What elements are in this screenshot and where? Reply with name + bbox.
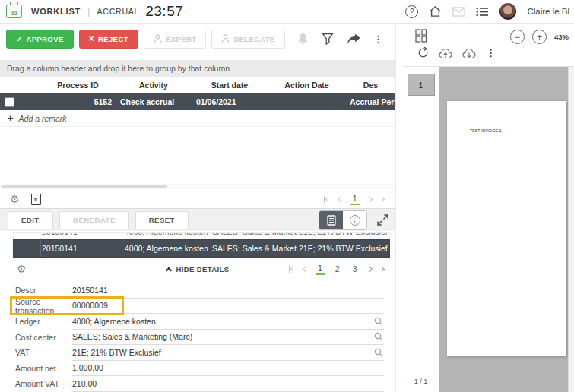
delegate-button[interactable]: DELEGATE xyxy=(211,30,284,49)
check-icon: ✓ xyxy=(16,35,22,43)
module-title: WORKLIST xyxy=(31,7,81,16)
first-page-icon[interactable] xyxy=(289,266,295,273)
horizontal-scrollbar[interactable] xyxy=(0,184,396,189)
reset-button[interactable]: RESET xyxy=(135,211,189,229)
thumbnail-strip: 1 1 / 1 xyxy=(403,67,439,392)
vat-input[interactable]: 21E; 21% BTW Exclusief xyxy=(72,345,384,361)
filter-icon[interactable] xyxy=(322,33,334,45)
document-icon xyxy=(327,215,336,226)
next-page-icon[interactable] xyxy=(366,196,372,201)
cell-descr: 20150141 xyxy=(41,244,125,253)
generate-button[interactable]: GENERATE xyxy=(59,211,129,229)
expand-icon[interactable] xyxy=(377,214,388,226)
row-checkbox[interactable] xyxy=(5,97,14,107)
reject-button[interactable]: × REJECT xyxy=(79,30,138,49)
page-number-3[interactable]: 3 xyxy=(350,264,360,274)
submodule-title: ACCRUAL xyxy=(97,7,139,16)
column-header-start-date[interactable]: Start date xyxy=(192,81,268,90)
group-by-hint-bar[interactable]: Drag a column header and drop it here to… xyxy=(0,60,395,77)
field-label: VAT xyxy=(0,348,72,357)
viewer-scrollbar[interactable] xyxy=(568,67,574,392)
cost-center-input[interactable]: SALES; Sales & Marketing (Marc) xyxy=(72,330,384,346)
next-page-icon[interactable] xyxy=(366,266,372,271)
info-view-button[interactable]: i xyxy=(343,211,366,229)
rotate-icon[interactable] xyxy=(417,47,429,58)
detail-controls-row: ⚙ HIDE DETAILS 1 2 3 xyxy=(0,259,396,279)
mail-icon[interactable] xyxy=(452,7,465,17)
zoom-in-button[interactable]: + xyxy=(532,30,547,44)
page-thumbnail-1[interactable]: 1 xyxy=(408,74,435,96)
field-row-vat: VAT 21E; 21% BTW Exclusief xyxy=(0,345,396,361)
source-transaction-input[interactable]: 00000009 xyxy=(72,299,384,315)
prev-page-icon[interactable] xyxy=(303,266,308,271)
grid-settings-gear-icon[interactable]: ⚙ xyxy=(10,194,20,204)
export-excel-icon[interactable]: x xyxy=(31,194,41,205)
cloud-upload-icon[interactable] xyxy=(439,48,452,58)
info-icon: i xyxy=(350,215,360,226)
approve-button[interactable]: ✓ APPROVE xyxy=(6,30,74,49)
thumbnail-grid-icon[interactable] xyxy=(415,29,427,43)
column-header-description[interactable]: Des xyxy=(346,81,395,90)
cross-icon: × xyxy=(89,33,94,44)
field-label: Cost center xyxy=(0,333,72,342)
user-name[interactable]: Claire le Bl xyxy=(527,7,569,16)
forward-share-icon[interactable] xyxy=(347,33,360,45)
last-page-icon[interactable] xyxy=(380,196,386,203)
add-remark-button[interactable]: + Add a remark xyxy=(0,110,395,127)
field-label: Source transaction xyxy=(0,297,72,315)
scrollbar-thumb[interactable] xyxy=(2,185,167,188)
detail-grid-row-partial[interactable]: 20150141 4000; Algemene kosten SALES; Sa… xyxy=(13,232,390,239)
field-row-amount-vat: Amount VAT 210,00 xyxy=(0,376,396,392)
detail-grid-row-selected[interactable]: 20150141 4000; Algemene kosten SALES; Sa… xyxy=(13,239,390,258)
amount-net-input[interactable]: 1.000,00 xyxy=(72,361,384,377)
document-view-button[interactable] xyxy=(319,211,343,229)
home-icon[interactable] xyxy=(429,5,442,17)
task-list-icon[interactable] xyxy=(476,7,489,17)
notifications-bell-icon[interactable] xyxy=(297,33,309,46)
column-header-process-id[interactable]: Process ID xyxy=(40,81,116,90)
amount-vat-input[interactable]: 210,00 xyxy=(72,376,384,392)
page-number-1[interactable]: 1 xyxy=(350,194,360,205)
detail-grid: 20150141 4000; Algemene kosten SALES; Sa… xyxy=(13,232,390,258)
cell-start-date: 01/06/2021 xyxy=(192,97,268,106)
viewer-toolbar: − + 43% PAGE ⋮ xyxy=(403,24,574,67)
field-row-ledger: Ledger 4000; Algemene kosten xyxy=(0,314,396,330)
document-canvas[interactable]: TEST INVOICE 1 xyxy=(439,67,568,392)
lookup-search-icon[interactable] xyxy=(374,317,383,326)
lookup-search-icon[interactable] xyxy=(374,332,383,341)
expert-button[interactable]: EXPERT xyxy=(144,30,206,49)
prev-page-icon[interactable] xyxy=(338,196,343,201)
person-icon xyxy=(221,34,230,43)
page-number-2[interactable]: 2 xyxy=(333,264,342,274)
more-options-icon[interactable]: ⋮ xyxy=(373,33,383,45)
column-header-action-date[interactable]: Action Date xyxy=(268,81,346,90)
zoom-out-button[interactable]: − xyxy=(510,30,525,44)
worklist-row-selected[interactable]: 5152 Check accrual 01/06/2021 Accrual Pe… xyxy=(0,93,395,110)
column-header-activity[interactable]: Activity xyxy=(116,81,192,90)
last-page-icon[interactable] xyxy=(380,266,386,273)
cell-activity: Check accrual xyxy=(116,97,192,106)
page-number-1[interactable]: 1 xyxy=(316,264,325,275)
chevron-up-icon xyxy=(166,267,172,273)
document-page: TEST INVOICE 1 xyxy=(447,101,566,356)
zoom-level: 43% xyxy=(554,33,569,41)
title-separator: | xyxy=(87,6,90,17)
viewer-more-options-icon[interactable]: ⋮ xyxy=(486,47,496,58)
field-row-amount-net: Amount net 1.000,00 xyxy=(0,361,396,377)
calendar-day: 31 xyxy=(11,9,17,17)
cell-cost-center: SALES; Sales & Marketing (Ma xyxy=(212,244,297,253)
cloud-download-icon[interactable] xyxy=(462,48,476,58)
edit-button[interactable]: EDIT xyxy=(8,211,53,229)
descr-input[interactable]: 20150141 xyxy=(72,283,384,299)
lookup-search-icon[interactable] xyxy=(374,348,383,357)
user-avatar[interactable] xyxy=(499,3,516,20)
field-row-source-transaction: Source transaction 00000009 xyxy=(0,299,396,315)
first-page-icon[interactable] xyxy=(324,196,330,203)
person-icon xyxy=(154,34,162,43)
grid-header-row: Process ID Activity Start date Action Da… xyxy=(0,77,395,93)
help-icon[interactable]: ? xyxy=(405,5,418,18)
app-header: 31 WORKLIST | ACCRUAL 23:57 ? Claire le … xyxy=(0,0,574,24)
ledger-input[interactable]: 4000; Algemene kosten xyxy=(72,314,384,330)
header-time: 23:57 xyxy=(145,3,183,20)
field-row-descr: Descr 20150141 xyxy=(0,283,396,299)
